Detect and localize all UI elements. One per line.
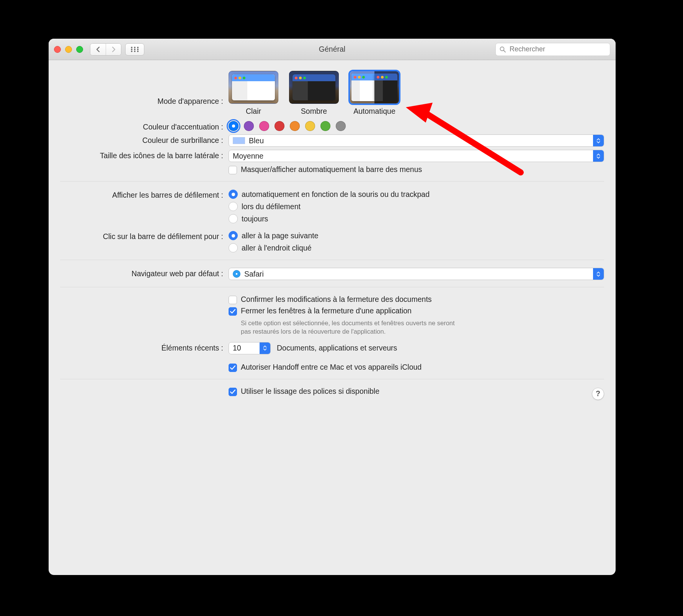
accent-red[interactable]	[275, 121, 284, 131]
accent-orange[interactable]	[290, 121, 300, 131]
svg-point-4	[134, 49, 136, 50]
scrollbars-label: Afficher les barres de défilement :	[60, 189, 229, 200]
chevron-updown-icon	[260, 342, 270, 354]
accent-green[interactable]	[320, 121, 330, 131]
scroll-click-page-radio[interactable]: aller à la page suivante	[229, 231, 604, 240]
scroll-click-label: Clic sur la barre de défilement pour :	[60, 231, 229, 241]
highlight-swatch	[233, 137, 245, 144]
browser-select[interactable]: Safari	[229, 268, 604, 280]
handoff-checkbox[interactable]: Autoriser Handoff entre ce Mac et vos ap…	[229, 363, 604, 372]
close-windows-hint: Si cette option est sélectionnée, les do…	[229, 319, 462, 336]
sidebar-icon-value: Moyenne	[233, 152, 263, 161]
svg-point-2	[137, 47, 139, 48]
accent-blue[interactable]	[229, 121, 239, 131]
close-button[interactable]	[54, 46, 61, 53]
highlight-select[interactable]: Bleu	[229, 134, 604, 147]
chevron-updown-icon	[593, 268, 604, 280]
browser-value: Safari	[244, 270, 264, 279]
accent-pink[interactable]	[259, 121, 269, 131]
scrollbars-scrolling-radio[interactable]: lors du défilement	[229, 202, 604, 211]
nav-segmented	[90, 43, 121, 56]
sidebar-icon-label: Taille des icônes de la barre latérale :	[60, 150, 229, 160]
recent-label: Éléments récents :	[60, 342, 229, 352]
confirm-changes-checkbox[interactable]: Confirmer les modifications à la fermetu…	[229, 295, 604, 304]
accent-purple[interactable]	[244, 121, 254, 131]
svg-point-7	[134, 51, 136, 52]
highlight-label: Couleur de surbrillance :	[60, 134, 229, 145]
appearance-label: Mode d'apparence :	[60, 71, 229, 106]
back-button[interactable]	[90, 44, 106, 55]
minimize-button[interactable]	[65, 46, 72, 53]
search-input[interactable]	[509, 45, 606, 54]
svg-point-3	[131, 49, 132, 50]
accent-graphite[interactable]	[336, 121, 346, 131]
safari-icon	[233, 270, 240, 278]
appearance-option-label: Sombre	[301, 107, 327, 116]
svg-point-0	[131, 47, 132, 48]
preferences-window: Général Mode d'apparence : Clair	[49, 39, 616, 575]
appearance-option-auto[interactable]: Automatique	[350, 71, 399, 116]
zoom-button[interactable]	[76, 46, 83, 53]
highlight-value: Bleu	[249, 136, 264, 145]
search-icon	[500, 46, 506, 52]
svg-point-1	[134, 47, 136, 48]
window-controls	[54, 46, 83, 53]
appearance-option-light[interactable]: Clair	[229, 71, 278, 116]
scroll-click-spot-radio[interactable]: aller à l'endroit cliqué	[229, 243, 604, 252]
scrollbars-always-radio[interactable]: toujours	[229, 214, 604, 223]
svg-point-6	[131, 51, 132, 52]
menubar-autohide-label: Masquer/afficher automatiquement la barr…	[241, 165, 422, 174]
recent-suffix: Documents, applications et serveurs	[277, 344, 397, 352]
show-all-button[interactable]	[125, 43, 144, 56]
menubar-autohide-checkbox[interactable]: Masquer/afficher automatiquement la barr…	[229, 165, 604, 174]
svg-point-8	[137, 51, 139, 52]
chevron-updown-icon	[593, 135, 604, 146]
recent-value: 10	[233, 344, 241, 352]
forward-button[interactable]	[106, 44, 121, 55]
browser-label: Navigateur web par défaut :	[60, 268, 229, 278]
svg-line-10	[504, 50, 506, 52]
accent-yellow[interactable]	[305, 121, 315, 131]
appearance-option-dark[interactable]: Sombre	[289, 71, 339, 116]
font-smoothing-checkbox[interactable]: Utiliser le lissage des polices si dispo…	[229, 387, 604, 396]
accent-colors	[229, 121, 604, 131]
recent-select[interactable]: 10	[229, 342, 271, 354]
close-windows-checkbox[interactable]: Fermer les fenêtres à la fermeture d'une…	[229, 306, 604, 316]
help-button[interactable]: ?	[592, 388, 604, 400]
appearance-option-label: Automatique	[353, 107, 395, 116]
accent-label: Couleur d'accentuation :	[60, 121, 229, 131]
search-field[interactable]	[495, 43, 610, 56]
appearance-option-label: Clair	[246, 107, 261, 116]
chevron-updown-icon	[593, 150, 604, 162]
toolbar: Général	[49, 39, 616, 60]
sidebar-icon-select[interactable]: Moyenne	[229, 150, 604, 162]
svg-point-5	[137, 49, 139, 50]
scrollbars-auto-radio[interactable]: automatiquement en fonction de la souris…	[229, 190, 604, 199]
